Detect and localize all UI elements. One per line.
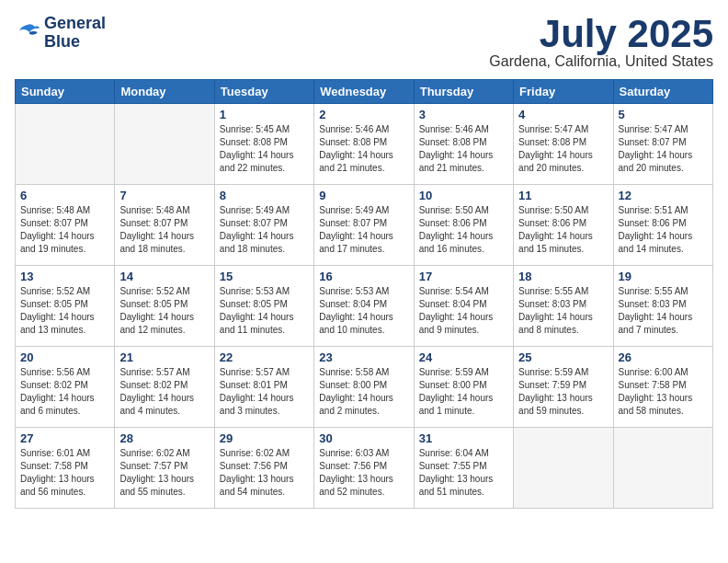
day-info: Sunrise: 6:00 AMSunset: 7:58 PMDaylight:… xyxy=(619,366,708,418)
calendar-cell: 22Sunrise: 5:57 AMSunset: 8:01 PMDayligh… xyxy=(214,347,313,428)
day-info: Sunrise: 5:57 AMSunset: 8:01 PMDaylight:… xyxy=(220,366,309,418)
calendar-cell: 8Sunrise: 5:49 AMSunset: 8:07 PMDaylight… xyxy=(214,185,313,266)
day-number: 13 xyxy=(20,270,109,283)
calendar-cell: 11Sunrise: 5:50 AMSunset: 8:06 PMDayligh… xyxy=(514,185,613,266)
day-number: 22 xyxy=(220,350,309,364)
day-number: 7 xyxy=(119,189,209,202)
day-number: 5 xyxy=(619,108,708,121)
day-info: Sunrise: 5:53 AMSunset: 8:05 PMDaylight:… xyxy=(220,285,309,337)
calendar-cell xyxy=(613,428,712,509)
day-number: 4 xyxy=(518,108,608,121)
calendar-table: SundayMondayTuesdayWednesdayThursdayFrid… xyxy=(15,79,713,509)
calendar-cell: 15Sunrise: 5:53 AMSunset: 8:05 PMDayligh… xyxy=(214,266,313,347)
day-info: Sunrise: 5:47 AMSunset: 8:07 PMDaylight:… xyxy=(619,123,708,175)
calendar-cell: 13Sunrise: 5:52 AMSunset: 8:05 PMDayligh… xyxy=(16,266,115,347)
day-number: 17 xyxy=(419,270,508,283)
day-info: Sunrise: 5:55 AMSunset: 8:03 PMDaylight:… xyxy=(619,285,708,337)
calendar-cell xyxy=(16,104,115,185)
day-info: Sunrise: 5:50 AMSunset: 8:06 PMDaylight:… xyxy=(518,204,608,256)
calendar-cell: 26Sunrise: 6:00 AMSunset: 7:58 PMDayligh… xyxy=(613,347,712,428)
logo: General Blue xyxy=(15,15,106,52)
week-row-3: 13Sunrise: 5:52 AMSunset: 8:05 PMDayligh… xyxy=(16,266,713,347)
day-info: Sunrise: 5:57 AMSunset: 8:02 PMDaylight:… xyxy=(119,366,209,418)
day-number: 16 xyxy=(319,270,408,283)
calendar-cell: 17Sunrise: 5:54 AMSunset: 8:04 PMDayligh… xyxy=(414,266,513,347)
logo-icon xyxy=(15,23,40,43)
calendar-cell: 31Sunrise: 6:04 AMSunset: 7:55 PMDayligh… xyxy=(414,428,513,509)
day-info: Sunrise: 5:51 AMSunset: 8:06 PMDaylight:… xyxy=(619,204,708,256)
day-number: 31 xyxy=(419,431,508,445)
week-row-5: 27Sunrise: 6:01 AMSunset: 7:58 PMDayligh… xyxy=(16,428,713,509)
calendar-cell: 24Sunrise: 5:59 AMSunset: 8:00 PMDayligh… xyxy=(414,347,513,428)
day-number: 8 xyxy=(220,189,309,202)
calendar-cell: 14Sunrise: 5:52 AMSunset: 8:05 PMDayligh… xyxy=(115,266,214,347)
weekday-header-friday: Friday xyxy=(514,80,613,104)
calendar-cell: 4Sunrise: 5:47 AMSunset: 8:08 PMDaylight… xyxy=(514,104,613,185)
calendar-cell: 19Sunrise: 5:55 AMSunset: 8:03 PMDayligh… xyxy=(613,266,712,347)
day-number: 3 xyxy=(419,108,508,121)
weekday-header-saturday: Saturday xyxy=(613,80,712,104)
title-block: July 2025 Gardena, California, United St… xyxy=(489,15,713,70)
day-number: 14 xyxy=(119,270,209,283)
calendar-cell xyxy=(115,104,214,185)
calendar-cell: 12Sunrise: 5:51 AMSunset: 8:06 PMDayligh… xyxy=(613,185,712,266)
day-number: 29 xyxy=(220,431,309,445)
day-number: 19 xyxy=(619,270,708,283)
month-title: July 2025 xyxy=(489,15,713,53)
day-info: Sunrise: 5:46 AMSunset: 8:08 PMDaylight:… xyxy=(419,123,508,175)
page-header: General Blue July 2025 Gardena, Californ… xyxy=(15,15,713,70)
calendar-cell: 21Sunrise: 5:57 AMSunset: 8:02 PMDayligh… xyxy=(115,347,214,428)
day-info: Sunrise: 5:48 AMSunset: 8:07 PMDaylight:… xyxy=(20,204,109,256)
weekday-header-sunday: Sunday xyxy=(16,80,115,104)
day-info: Sunrise: 6:04 AMSunset: 7:55 PMDaylight:… xyxy=(419,447,508,499)
day-number: 2 xyxy=(319,108,408,121)
day-number: 6 xyxy=(20,189,109,202)
day-info: Sunrise: 5:49 AMSunset: 8:07 PMDaylight:… xyxy=(319,204,408,256)
day-info: Sunrise: 6:03 AMSunset: 7:56 PMDaylight:… xyxy=(319,447,408,499)
calendar-cell: 3Sunrise: 5:46 AMSunset: 8:08 PMDaylight… xyxy=(414,104,513,185)
calendar-cell: 30Sunrise: 6:03 AMSunset: 7:56 PMDayligh… xyxy=(314,428,414,509)
location-text: Gardena, California, United States xyxy=(489,53,713,70)
day-number: 26 xyxy=(619,350,708,364)
weekday-header-tuesday: Tuesday xyxy=(214,80,313,104)
calendar-cell: 2Sunrise: 5:46 AMSunset: 8:08 PMDaylight… xyxy=(314,104,414,185)
weekday-header-wednesday: Wednesday xyxy=(314,80,414,104)
day-number: 24 xyxy=(419,350,508,364)
day-info: Sunrise: 5:59 AMSunset: 7:59 PMDaylight:… xyxy=(518,366,608,418)
calendar-cell: 27Sunrise: 6:01 AMSunset: 7:58 PMDayligh… xyxy=(16,428,115,509)
day-info: Sunrise: 5:46 AMSunset: 8:08 PMDaylight:… xyxy=(319,123,408,175)
day-number: 20 xyxy=(20,350,109,364)
logo-text-line2: Blue xyxy=(44,33,106,52)
day-info: Sunrise: 5:54 AMSunset: 8:04 PMDaylight:… xyxy=(419,285,508,337)
weekday-header-thursday: Thursday xyxy=(414,80,513,104)
week-row-4: 20Sunrise: 5:56 AMSunset: 8:02 PMDayligh… xyxy=(16,347,713,428)
day-number: 27 xyxy=(20,431,109,445)
calendar-cell: 5Sunrise: 5:47 AMSunset: 8:07 PMDaylight… xyxy=(613,104,712,185)
day-number: 12 xyxy=(619,189,708,202)
week-row-2: 6Sunrise: 5:48 AMSunset: 8:07 PMDaylight… xyxy=(16,185,713,266)
calendar-cell: 18Sunrise: 5:55 AMSunset: 8:03 PMDayligh… xyxy=(514,266,613,347)
calendar-cell: 7Sunrise: 5:48 AMSunset: 8:07 PMDaylight… xyxy=(115,185,214,266)
day-info: Sunrise: 5:48 AMSunset: 8:07 PMDaylight:… xyxy=(119,204,209,256)
day-info: Sunrise: 6:02 AMSunset: 7:56 PMDaylight:… xyxy=(220,447,309,499)
day-info: Sunrise: 5:59 AMSunset: 8:00 PMDaylight:… xyxy=(419,366,508,418)
day-number: 23 xyxy=(319,350,408,364)
calendar-cell: 6Sunrise: 5:48 AMSunset: 8:07 PMDaylight… xyxy=(16,185,115,266)
day-number: 9 xyxy=(319,189,408,202)
day-info: Sunrise: 6:02 AMSunset: 7:57 PMDaylight:… xyxy=(119,447,209,499)
day-number: 25 xyxy=(518,350,608,364)
day-info: Sunrise: 5:52 AMSunset: 8:05 PMDaylight:… xyxy=(119,285,209,337)
day-number: 28 xyxy=(119,431,209,445)
day-info: Sunrise: 5:50 AMSunset: 8:06 PMDaylight:… xyxy=(419,204,508,256)
calendar-cell: 20Sunrise: 5:56 AMSunset: 8:02 PMDayligh… xyxy=(16,347,115,428)
calendar-cell: 23Sunrise: 5:58 AMSunset: 8:00 PMDayligh… xyxy=(314,347,414,428)
calendar-cell: 29Sunrise: 6:02 AMSunset: 7:56 PMDayligh… xyxy=(214,428,313,509)
week-row-1: 1Sunrise: 5:45 AMSunset: 8:08 PMDaylight… xyxy=(16,104,713,185)
day-info: Sunrise: 5:52 AMSunset: 8:05 PMDaylight:… xyxy=(20,285,109,337)
day-info: Sunrise: 5:53 AMSunset: 8:04 PMDaylight:… xyxy=(319,285,408,337)
day-info: Sunrise: 5:58 AMSunset: 8:00 PMDaylight:… xyxy=(319,366,408,418)
weekday-header-row: SundayMondayTuesdayWednesdayThursdayFrid… xyxy=(16,80,713,104)
calendar-cell: 9Sunrise: 5:49 AMSunset: 8:07 PMDaylight… xyxy=(314,185,414,266)
calendar-cell: 28Sunrise: 6:02 AMSunset: 7:57 PMDayligh… xyxy=(115,428,214,509)
day-info: Sunrise: 5:55 AMSunset: 8:03 PMDaylight:… xyxy=(518,285,608,337)
